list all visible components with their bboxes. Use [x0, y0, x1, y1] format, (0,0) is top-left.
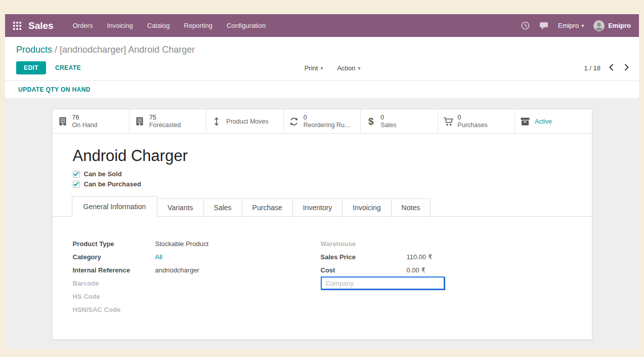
field-internal-reference: Internal Reference andriodcharger [73, 263, 321, 276]
breadcrumb: Products / [andriodcharger] Android Char… [13, 45, 631, 55]
tab-notes[interactable]: Notes [391, 199, 431, 216]
can-be-purchased-checkbox[interactable]: Can be Purchased [73, 180, 592, 188]
field-category: Category All [73, 250, 321, 263]
stat-button-purchases[interactable]: 0 Purchases [438, 109, 515, 133]
field-label: Warehouse [321, 240, 407, 248]
breadcrumb-current: [andriodcharger] Android Charger [60, 45, 195, 55]
edit-button[interactable]: EDIT [16, 61, 46, 74]
chevron-right-icon [624, 64, 629, 72]
tab-invoicing[interactable]: Invoicing [342, 199, 391, 216]
stat-label: Forecasted [149, 122, 181, 129]
checkbox-checked-icon [73, 171, 80, 178]
stat-label: On Hand [72, 122, 98, 129]
field-label: Product Type [73, 240, 155, 248]
print-dropdown[interactable]: Print ▾ [305, 64, 323, 72]
company-switcher[interactable]: Emipro [593, 20, 631, 31]
can-be-sold-label: Can be Sold [84, 170, 122, 178]
stat-button-box: 76 On Hand 75 Forecasted [53, 109, 592, 134]
chevron-left-icon [609, 64, 614, 72]
active-toggle-button[interactable]: Active [515, 109, 591, 133]
field-label: HSN/SAC Code [73, 306, 155, 313]
product-form-sheet: 76 On Hand 75 Forecasted [52, 109, 592, 340]
chevron-down-icon: ▾ [320, 65, 323, 71]
field-label: Barcode [73, 280, 155, 287]
dollar-icon: $ [366, 116, 376, 127]
field-company [321, 276, 572, 290]
field-value: Stockable Product [155, 240, 209, 248]
main-menu: Orders Invoicing Catalog Reporting Confi… [73, 22, 266, 29]
chevron-down-icon: ▾ [581, 23, 584, 28]
field-label: HS Code [73, 293, 155, 300]
stat-value: 75 [149, 114, 181, 122]
checkbox-checked-icon [73, 181, 80, 188]
stat-button-on-hand[interactable]: 76 On Hand [53, 109, 130, 133]
refresh-icon [289, 117, 299, 126]
stat-label: Product Moves [226, 118, 268, 125]
menu-catalog[interactable]: Catalog [147, 22, 170, 29]
chevron-down-icon: ▾ [358, 65, 361, 71]
action-dropdown[interactable]: Action ▾ [337, 64, 360, 72]
stat-button-forecasted[interactable]: 75 Forecasted [130, 109, 206, 133]
company-field[interactable] [321, 276, 445, 290]
product-title: Android Charger [73, 147, 592, 165]
tab-variants[interactable]: Variants [157, 199, 203, 216]
building-icon [58, 117, 68, 126]
form-left-column: Product Type Stockable Product Category … [73, 237, 321, 316]
tab-general-information[interactable]: General Information [72, 196, 158, 217]
messages-chat-icon[interactable] [539, 22, 548, 30]
avatar [593, 20, 605, 31]
field-barcode: Barcode [73, 276, 321, 290]
field-label: Cost [321, 266, 407, 274]
menu-orders[interactable]: Orders [73, 22, 93, 29]
field-value: andriodcharger [155, 266, 199, 274]
stat-value: 0 [458, 114, 488, 122]
field-hsn-sac-code: HSN/SAC Code [73, 303, 321, 316]
apps-grid-icon[interactable] [13, 22, 21, 30]
breadcrumb-products[interactable]: Products [16, 45, 52, 55]
stat-label: Sales [380, 122, 396, 129]
odoo-app: Sales Orders Invoicing Catalog Reporting… [5, 14, 639, 349]
field-sales-price: Sales Price 110.00 ₹ [321, 250, 572, 263]
pager: 1 / 18 [584, 63, 631, 73]
stat-button-sales[interactable]: $ 0 Sales [361, 109, 438, 133]
print-label: Print [305, 64, 318, 72]
can-be-sold-checkbox[interactable]: Can be Sold [73, 170, 592, 178]
control-panel: Products / [andriodcharger] Android Char… [5, 37, 639, 81]
form-right-column: Warehouse Sales Price 110.00 ₹ Cost 0.00… [321, 237, 572, 316]
stat-value: 76 [72, 114, 98, 122]
user-menu-label: Emipro [558, 22, 579, 29]
active-label: Active [535, 118, 552, 125]
app-name[interactable]: Sales [28, 20, 54, 31]
category-link[interactable]: All [155, 253, 162, 261]
activities-clock-icon[interactable] [521, 21, 530, 30]
stat-label: Purchases [458, 122, 488, 129]
top-navbar: Sales Orders Invoicing Catalog Reporting… [5, 14, 639, 37]
menu-invoicing[interactable]: Invoicing [107, 22, 133, 29]
field-product-type: Product Type Stockable Product [73, 237, 321, 250]
navbar-right: Emipro ▾ Emipro [521, 20, 631, 31]
tab-sales[interactable]: Sales [203, 199, 242, 216]
company-name: Emipro [608, 22, 631, 29]
action-menus: Print ▾ Action ▾ [81, 64, 584, 72]
stat-value: 0 [304, 114, 350, 122]
tab-purchase[interactable]: Purchase [242, 199, 293, 216]
stat-label: Reordering Ru... [304, 122, 350, 129]
menu-reporting[interactable]: Reporting [184, 22, 212, 29]
notebook-tabs: General Information Variants Sales Purch… [53, 196, 592, 217]
stat-value: 0 [380, 114, 396, 122]
menu-configuration[interactable]: Configuration [227, 22, 266, 29]
field-value: 0.00 ₹ [407, 266, 425, 274]
field-hs-code: HS Code [73, 290, 321, 303]
update-qty-on-hand-button[interactable]: UPDATE QTY ON HAND [18, 86, 91, 93]
user-menu[interactable]: Emipro ▾ [558, 22, 584, 29]
pager-next-button[interactable] [622, 63, 631, 73]
stat-button-reordering-rules[interactable]: 0 Reordering Ru... [284, 109, 361, 133]
tab-inventory[interactable]: Inventory [292, 199, 343, 216]
field-label: Category [73, 253, 155, 261]
pager-previous-button[interactable] [607, 63, 616, 73]
stat-button-product-moves[interactable]: Product Moves [206, 109, 283, 133]
field-label: Internal Reference [73, 266, 155, 274]
create-button[interactable]: CREATE [55, 64, 81, 71]
statusbar: UPDATE QTY ON HAND [5, 81, 639, 99]
control-panel-buttons: EDIT CREATE Print ▾ Action ▾ 1 / 18 [13, 61, 631, 74]
